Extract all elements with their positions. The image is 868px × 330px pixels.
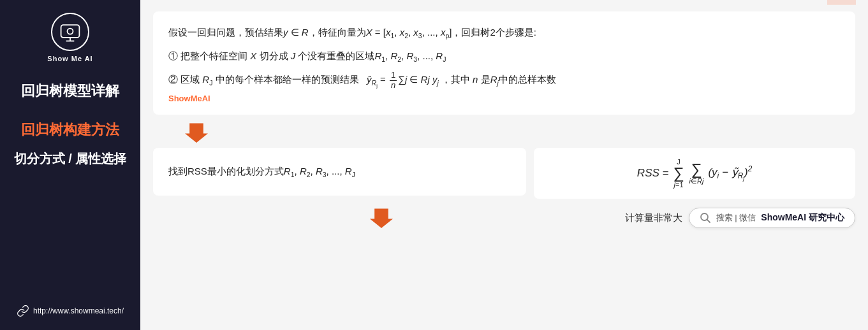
bottom-text: 计算量非常大 xyxy=(625,208,682,227)
svg-marker-4 xyxy=(185,123,208,143)
rss-sum2: ∑ i∈Rj xyxy=(689,162,704,185)
svg-rect-0 xyxy=(61,25,80,38)
card-text-line2: ① 把整个特征空间 X 切分成 J 个没有重叠的区域R1, R2, R3, ..… xyxy=(168,47,840,66)
svg-marker-5 xyxy=(370,208,393,228)
bottom-left-text: 找到RSS最小的化划分方式R1, R2, R3, ..., RJ xyxy=(168,162,355,182)
arrow-down-1 xyxy=(153,120,855,143)
card-text-line1: 假设一回归问题，预估结果y ∈ R，特征向量为X = [x1, x2, x3, … xyxy=(168,23,840,43)
bottom-content-row: 找到RSS最小的化划分方式R1, R2, R3, ..., RJ RSS = J… xyxy=(153,148,855,199)
sidebar-highlight: 回归树构建方法 xyxy=(21,120,119,140)
sidebar-subtitle: 切分方式 / 属性选择 xyxy=(14,150,127,168)
card-bottom-left: 找到RSS最小的化划分方式R1, R2, R3, ..., RJ xyxy=(153,148,526,196)
sidebar-url-row: http://www.showmeai.tech/ xyxy=(17,298,124,317)
search-bar[interactable]: 搜索 | 微信 ShowMeAI 研究中心 xyxy=(689,208,855,228)
link-icon xyxy=(17,305,29,317)
brand-card-top: ShowMeAI xyxy=(168,94,840,103)
svg-point-1 xyxy=(67,29,73,34)
svg-line-7 xyxy=(707,219,710,222)
rss-label: RSS = xyxy=(637,167,669,180)
rss-sum1: J ∑ j=1 xyxy=(673,158,684,189)
search-label: 搜索 | 微信 xyxy=(716,212,756,224)
main-content: ShowMeAI 假设一回归问题，预估结果y ∈ R，特征向量为X = [x1,… xyxy=(140,0,868,330)
sidebar-url: http://www.showmeai.tech/ xyxy=(33,306,124,315)
search-brand: ShowMeAI 研究中心 xyxy=(761,212,844,224)
card-top: 假设一回归问题，预估结果y ∈ R，特征向量为X = [x1, x2, x3, … xyxy=(153,11,855,115)
sidebar-title: 回归树模型详解 xyxy=(21,82,119,101)
arrow-down-2 xyxy=(370,205,393,228)
sidebar: Show Me AI 回归树模型详解 回归树构建方法 切分方式 / 属性选择 h… xyxy=(0,0,140,330)
search-icon xyxy=(700,212,711,224)
logo-container: Show Me AI xyxy=(47,13,92,62)
card-text-line3: ② 区域 RJ 中的每个样本都给一样的预测结果 ŷRj = 1n∑j ∈ Rj … xyxy=(168,70,840,91)
logo-icon xyxy=(51,13,89,51)
rss-term: (yi − ỹRj)2 xyxy=(708,164,752,182)
card-bottom-right: RSS = J ∑ j=1 ∑ i∈Rj (yi − ỹRj)2 xyxy=(534,148,855,199)
watermark: ShowMeAI xyxy=(821,0,862,6)
logo-text: Show Me AI xyxy=(47,55,92,62)
